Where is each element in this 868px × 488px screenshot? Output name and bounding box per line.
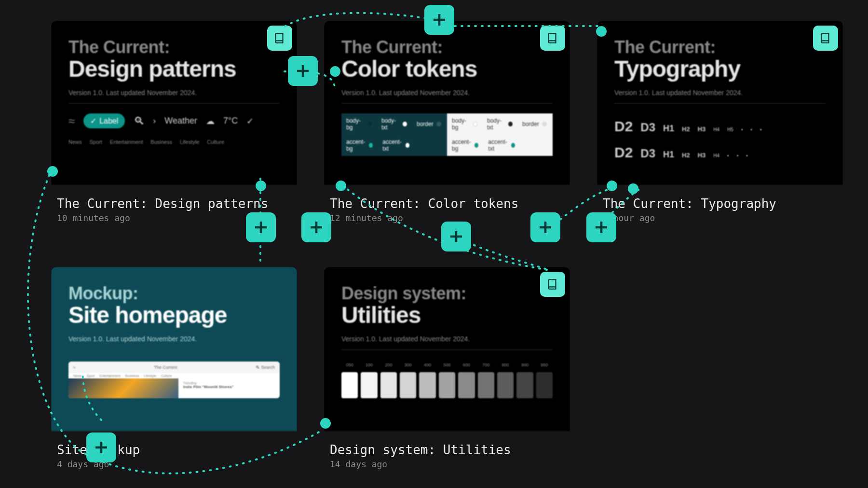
card-title: Design system: Utilities (330, 443, 564, 457)
thumb-version: Version 1.0. Last updated November 2024. (341, 335, 553, 350)
wave-icon: ≈ (68, 114, 75, 128)
add-button[interactable] (301, 212, 331, 242)
connection-node (607, 181, 617, 191)
gray-scale-swatches (341, 372, 553, 398)
mockup-browser: ≈ The Current 🔍︎ Search NewsSportEnterta… (68, 362, 280, 398)
card-utilities[interactable]: Design system: Utilities Version 1.0. La… (324, 267, 570, 469)
thumb-subtitle: The Current: (68, 37, 280, 57)
card-timestamp: 1 hour ago (603, 213, 837, 223)
thumb-subtitle: The Current: (341, 37, 553, 57)
thumb-title: Color tokens (341, 56, 553, 82)
add-button[interactable] (246, 212, 276, 242)
thumb-subtitle: Mockup: (68, 283, 280, 304)
connection-node (596, 26, 607, 37)
thumb-title: Site homepage (68, 302, 280, 328)
connection-node (336, 181, 346, 191)
color-token-grid: body-bg body-txt border body-bg body-txt… (341, 113, 553, 156)
thumb-version: Version 1.0. Last updated November 2024. (68, 89, 280, 104)
add-button[interactable] (424, 5, 454, 35)
card-thumbnail: Design system: Utilities Version 1.0. La… (324, 267, 570, 431)
book-badge (540, 272, 565, 297)
add-button[interactable] (441, 222, 471, 251)
canvas[interactable]: .dash{stroke:#2dd4bf;stroke-width:4;stro… (0, 0, 868, 488)
card-thumbnail: The Current: Design patterns Version 1.0… (51, 21, 297, 185)
thumb-version: Version 1.0. Last updated November 2024. (614, 89, 826, 104)
thumb-subtitle: The Current: (614, 37, 826, 57)
book-badge (540, 26, 565, 51)
search-icon: 🔍︎ (134, 115, 144, 127)
label-chip: ✓ Label (83, 113, 125, 128)
card-title: The Current: Color tokens (330, 196, 564, 211)
chevron-right-icon: › (153, 116, 156, 126)
gray-scale-labels: 050 100 200 300 400 500 600 700 800 900 … (341, 363, 553, 367)
thumb-title: Design patterns (68, 56, 280, 82)
connection-node (256, 181, 266, 191)
card-design-patterns[interactable]: The Current: Design patterns Version 1.0… (51, 21, 297, 223)
book-badge (813, 26, 838, 51)
card-thumbnail: The Current: Typography Version 1.0. Las… (597, 21, 843, 185)
category-list: News Sport Entertainment Business Lifest… (68, 139, 280, 145)
connection-node (47, 166, 58, 177)
thumb-version: Version 1.0. Last updated November 2024. (68, 335, 280, 350)
connection-node (330, 66, 340, 77)
type-scale: D2 D3 H1 H2 H3 H4 H5 ••• D2 D3 H1 H2 H3 … (614, 113, 826, 161)
weather-label: Weather (164, 116, 197, 126)
add-button[interactable] (86, 432, 116, 462)
card-timestamp: 14 days ago (330, 459, 564, 469)
card-color-tokens[interactable]: The Current: Color tokens Version 1.0. L… (324, 21, 570, 223)
add-button[interactable] (288, 56, 318, 86)
book-badge (267, 26, 292, 51)
thumb-title: Typography (614, 56, 826, 82)
card-title: The Current: Typography (603, 196, 837, 211)
connection-node (628, 183, 638, 194)
card-thumbnail: The Current: Color tokens Version 1.0. L… (324, 21, 570, 185)
connection-node (320, 418, 331, 429)
weather-temp: 7°C (223, 116, 238, 126)
add-button[interactable] (530, 212, 560, 242)
card-title: The Current: Design patterns (57, 196, 291, 211)
card-thumbnail: Mockup: Site homepage Version 1.0. Last … (51, 267, 297, 431)
cloud-icon: ☁ (206, 116, 215, 126)
thumb-subtitle: Design system: (341, 283, 553, 304)
add-button[interactable] (586, 212, 616, 242)
thumb-version: Version 1.0. Last updated November 2024. (341, 89, 553, 104)
check-icon: ✓ (246, 116, 254, 126)
thumb-title: Utilities (341, 302, 553, 328)
